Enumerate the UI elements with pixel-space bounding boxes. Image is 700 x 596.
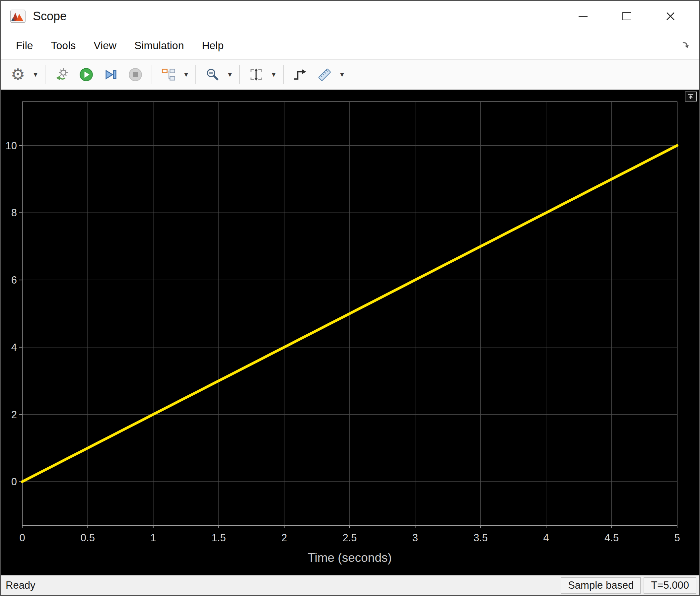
svg-text:Time (seconds): Time (seconds) (307, 551, 392, 565)
zoom-dropdown[interactable]: ▾ (225, 62, 235, 87)
svg-text:4: 4 (544, 532, 549, 544)
step-forward-button[interactable] (99, 62, 123, 87)
highlight-block-dropdown[interactable]: ▾ (181, 62, 192, 87)
maximize-button[interactable] (605, 1, 649, 31)
svg-text:2: 2 (11, 409, 17, 420)
dock-arrow-icon (681, 41, 691, 50)
trigger-button[interactable] (288, 62, 312, 87)
svg-text:0: 0 (11, 476, 17, 488)
menu-view[interactable]: View (84, 36, 125, 55)
toolbar-separator (239, 65, 240, 84)
minimize-button[interactable] (561, 1, 605, 31)
fit-to-view-icon (249, 67, 264, 82)
menu-simulation[interactable]: Simulation (125, 36, 193, 55)
title-bar: Scope (1, 1, 699, 31)
minimize-icon (579, 16, 588, 17)
status-text: Ready (1, 579, 35, 591)
svg-text:2: 2 (281, 532, 287, 544)
toolbar: ⚙ ▾ (1, 59, 699, 90)
close-button[interactable] (649, 1, 692, 31)
sample-mode-indicator: Sample based (561, 577, 641, 594)
svg-text:4: 4 (11, 342, 17, 353)
dock-button[interactable] (681, 41, 691, 50)
svg-text:3.5: 3.5 (473, 532, 488, 544)
run-icon (79, 67, 94, 82)
gear-icon: ⚙ (10, 67, 25, 83)
menu-file[interactable]: File (7, 36, 42, 55)
svg-text:3: 3 (412, 532, 418, 544)
simulink-scope-icon (10, 9, 26, 23)
measurements-dropdown[interactable]: ▾ (337, 62, 347, 87)
settings-dropdown[interactable]: ▾ (30, 62, 41, 87)
simulation-controls-group (49, 62, 148, 87)
window-title: Scope (33, 9, 67, 23)
maximize-icon (622, 12, 631, 20)
zoom-icon (205, 67, 220, 82)
toolbar-separator (195, 65, 196, 84)
simulation-time-indicator: T=5.000 (644, 577, 696, 594)
svg-text:5: 5 (674, 532, 680, 544)
svg-text:6: 6 (11, 274, 17, 286)
svg-text:0.5: 0.5 (81, 532, 95, 544)
settings-button[interactable]: ⚙ (6, 62, 30, 87)
stop-icon (128, 67, 143, 82)
step-back-button[interactable] (49, 62, 74, 87)
zoom-group: ▾ (200, 62, 235, 87)
settings-group: ⚙ ▾ (6, 62, 41, 87)
show-plot-toolbar-button[interactable] (685, 92, 697, 102)
svg-text:1.5: 1.5 (212, 532, 226, 544)
arrow-up-to-bar-icon (687, 93, 694, 100)
stop-button[interactable] (123, 62, 148, 87)
highlight-simulink-block-button[interactable] (156, 62, 181, 87)
toolbar-separator (152, 65, 152, 84)
svg-text:10: 10 (6, 140, 17, 152)
svg-text:0: 0 (19, 532, 25, 544)
close-icon (666, 11, 675, 21)
fit-to-view-dropdown[interactable]: ▾ (268, 62, 279, 87)
zoom-button[interactable] (200, 62, 225, 87)
scope-plot-area[interactable]: 00.511.522.533.544.550246810Time (second… (1, 90, 699, 575)
scope-chart: 00.511.522.533.544.550246810Time (second… (1, 90, 699, 575)
highlight-block-group: ▾ (156, 62, 192, 87)
fit-to-view-button[interactable] (244, 62, 268, 87)
toolbar-separator (45, 65, 46, 84)
svg-text:2.5: 2.5 (342, 532, 357, 544)
trigger-icon (293, 67, 307, 82)
status-bar: Ready Sample based T=5.000 (1, 575, 699, 595)
menu-bar: File Tools View Simulation Help (1, 31, 699, 59)
ruler-icon (317, 67, 332, 82)
svg-text:8: 8 (11, 207, 17, 218)
run-button[interactable] (74, 62, 99, 87)
toolbar-separator (283, 65, 284, 84)
scope-window: Scope File Tools View Simulation Help (0, 0, 700, 596)
menu-tools[interactable]: Tools (42, 36, 85, 55)
simulink-blocks-icon (161, 67, 176, 82)
cursor-measurements-button[interactable] (312, 62, 337, 87)
step-back-icon (54, 68, 69, 82)
svg-text:1: 1 (150, 532, 156, 544)
svg-text:4.5: 4.5 (604, 532, 619, 544)
step-forward-icon (103, 67, 118, 82)
status-indicators: Sample based T=5.000 (561, 577, 699, 594)
measurements-group: ▾ (288, 62, 347, 87)
fit-to-view-group: ▾ (244, 62, 279, 87)
menu-help[interactable]: Help (193, 36, 232, 55)
window-controls (561, 1, 692, 31)
